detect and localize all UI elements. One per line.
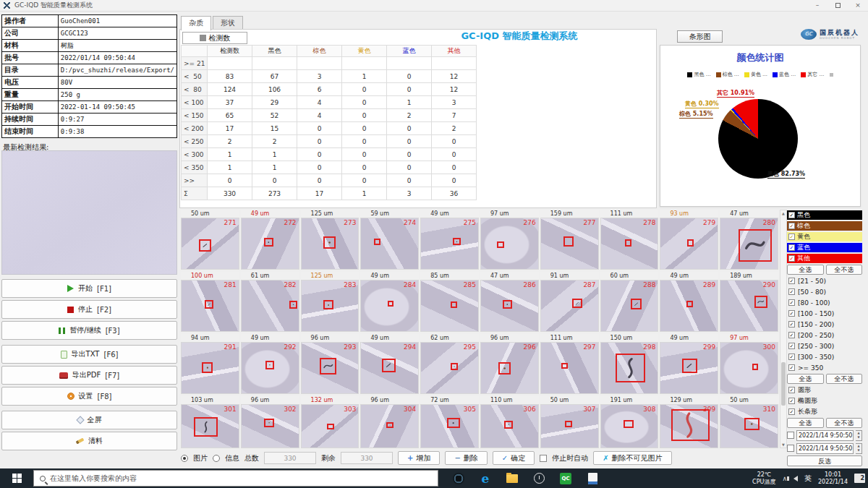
defect-tile[interactable]: 125 um283 [301, 272, 359, 332]
tile-image[interactable]: 271 [181, 218, 239, 270]
volume-icon[interactable] [793, 476, 798, 481]
tile-image[interactable]: 308 [600, 404, 659, 448]
defect-tile[interactable]: 97 um276 [480, 210, 539, 270]
defect-tile[interactable]: 191 um308 [600, 396, 659, 448]
taskbar-app-edge[interactable]: e [475, 468, 495, 488]
bar-chart-button[interactable]: 条形图 [677, 30, 723, 43]
auto-on-stop-checkbox[interactable] [540, 455, 547, 462]
tile-image[interactable]: 293 [301, 342, 359, 394]
tile-image[interactable]: 283 [301, 280, 359, 332]
tile-image[interactable]: 307 [540, 404, 599, 448]
defect-tile[interactable]: 59 um274 [360, 210, 419, 270]
range-filter[interactable]: ✓[200 - 250) [787, 330, 862, 340]
color-filter-其他[interactable]: ✓其他 [787, 254, 862, 263]
checkbox[interactable]: ✓ [788, 321, 795, 328]
tile-image[interactable]: 292 [241, 342, 299, 394]
defect-tile[interactable]: 47 um286 [480, 272, 539, 332]
minimize-button[interactable]: – [807, 0, 827, 12]
scroll-up-icon[interactable]: ▲ [780, 211, 786, 215]
defect-tile[interactable]: 49 um272 [241, 210, 299, 270]
tile-image[interactable]: 281 [181, 280, 239, 332]
defect-tile[interactable]: 49 um294 [360, 334, 419, 394]
checkbox[interactable]: ✓ [788, 244, 795, 251]
checkbox[interactable]: ✓ [788, 288, 795, 295]
tile-image[interactable]: 296 [480, 342, 539, 394]
taskbar-app-explorer[interactable] [502, 468, 522, 488]
taskbar-app-doc[interactable] [582, 468, 603, 488]
defect-tile[interactable]: 110 um306 [480, 396, 539, 448]
defect-tile[interactable]: 132 um303 [301, 396, 359, 448]
defect-tile[interactable]: 49 um299 [660, 334, 718, 394]
date-spinner[interactable]: ▲▼ [856, 443, 862, 454]
defect-tile[interactable]: 50 um271 [181, 210, 239, 270]
tab-杂质[interactable]: 杂质 [181, 16, 211, 30]
tile-image[interactable]: 277 [540, 218, 599, 270]
checkbox[interactable] [787, 445, 794, 452]
select-none-button[interactable]: 全不选 [826, 374, 863, 384]
tile-image[interactable]: 295 [420, 342, 479, 394]
select-none-button[interactable]: 全不选 [826, 418, 863, 428]
defect-tile[interactable]: 100 um281 [181, 272, 239, 332]
notification-button[interactable]: 2 [854, 474, 865, 483]
taskbar-search[interactable]: 在这里输入你要搜索的内容 [33, 470, 438, 487]
action-button[interactable]: 导出TXT[F6] [1, 345, 177, 364]
checkbox[interactable]: ✓ [788, 408, 795, 415]
checkbox[interactable]: ✓ [788, 299, 795, 306]
defect-tile[interactable]: 60 um288 [600, 272, 659, 332]
tile-image[interactable]: 309 [660, 404, 718, 448]
delete-button[interactable]: − 删除 [445, 451, 487, 465]
defect-tile[interactable]: 125 um273 [301, 210, 359, 270]
scroll-down-icon[interactable]: ▼ [780, 442, 786, 447]
checkbox[interactable]: ✓ [788, 398, 795, 404]
tile-image[interactable]: 298 [600, 342, 659, 394]
range-filter[interactable]: ✓[80 - 100) [787, 298, 862, 307]
range-filter[interactable]: ✓[300 - 350) [787, 352, 862, 361]
defect-tile[interactable]: 103 um301 [181, 396, 239, 448]
language-indicator[interactable]: 英 [804, 474, 812, 484]
tile-image[interactable]: 310 [720, 404, 778, 448]
tile-image[interactable]: 276 [480, 218, 539, 270]
select-all-button[interactable]: 全选 [787, 265, 824, 275]
radio-info[interactable] [213, 455, 220, 462]
tile-image[interactable]: 284 [360, 280, 419, 332]
defect-tile[interactable]: 85 um285 [420, 272, 479, 332]
grid-scrollbar[interactable]: ▲ ▼ [780, 210, 787, 448]
defect-tile[interactable]: 49 um284 [360, 272, 419, 332]
tab-形状[interactable]: 形状 [213, 16, 243, 30]
defect-tile[interactable]: 96 um302 [241, 396, 299, 448]
date-field[interactable]: 2022/1/14 9:50:50: [796, 443, 854, 454]
tile-image[interactable]: 274 [360, 218, 419, 270]
defect-tile[interactable]: 49 um292 [241, 334, 299, 394]
checkbox[interactable]: ✓ [788, 387, 795, 393]
spin-down-icon[interactable]: ▼ [856, 448, 861, 453]
start-button-f1[interactable]: 开始[F1] [1, 279, 177, 298]
tile-image[interactable]: 297 [540, 342, 599, 394]
defect-tile[interactable]: 93 um279 [660, 210, 718, 270]
checkbox[interactable]: ✓ [788, 234, 795, 240]
range-filter[interactable]: ✓[21 - 50) [787, 276, 862, 286]
defect-tile[interactable]: 47 um280 [720, 210, 778, 270]
range-filter[interactable]: ✓[50 - 80) [787, 287, 862, 296]
shape-filter-椭圆形[interactable]: ✓椭圆形 [787, 396, 862, 406]
action-button[interactable]: 停止[F2] [1, 300, 177, 319]
confirm-button[interactable]: ✓ 确定 [493, 451, 535, 465]
taskbar-app-qc[interactable]: QC [556, 468, 576, 488]
tile-image[interactable]: 290 [720, 280, 778, 332]
defect-tile[interactable]: 91 um287 [540, 272, 599, 332]
tile-image[interactable]: 287 [540, 280, 599, 332]
tile-image[interactable]: 303 [301, 404, 359, 448]
add-button[interactable]: + 增加 [398, 451, 440, 465]
defect-tile[interactable]: 159 um277 [540, 210, 599, 270]
delete-invisible-button[interactable]: ✗ 删除不可见图片 [593, 451, 671, 465]
action-button[interactable]: 清料 [1, 432, 177, 450]
defect-tile[interactable]: 94 um291 [181, 334, 239, 394]
defect-tile[interactable]: 150 um298 [600, 334, 659, 394]
tile-image[interactable]: 288 [600, 280, 659, 332]
tile-image[interactable]: 289 [660, 280, 718, 332]
defect-tile[interactable]: 72 um305 [420, 396, 479, 448]
spin-down-icon[interactable]: ▼ [856, 435, 861, 440]
defect-tile[interactable]: 96 um296 [480, 334, 539, 394]
select-all-button[interactable]: 全选 [787, 374, 824, 384]
defect-tile[interactable]: 111 um297 [540, 334, 599, 394]
range-filter[interactable]: ✓[100 - 150) [787, 309, 862, 318]
